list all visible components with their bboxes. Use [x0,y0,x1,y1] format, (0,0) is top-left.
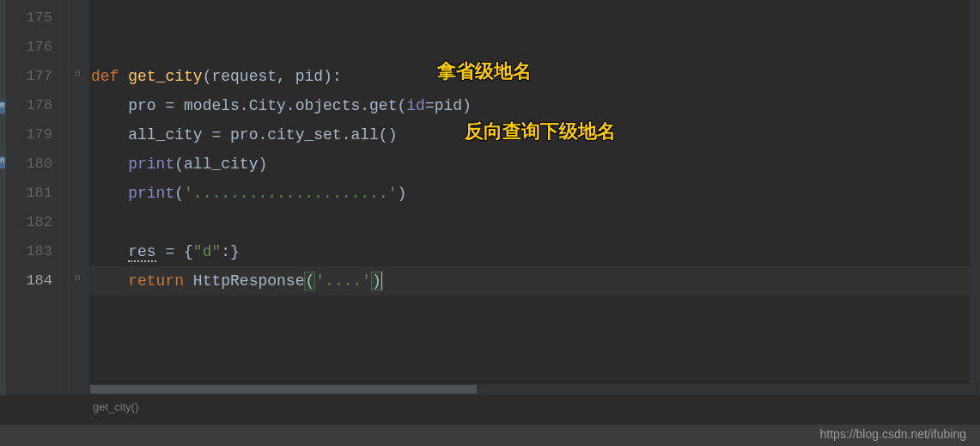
line-number: 180 [7,150,68,179]
code-line[interactable]: res = {"d":} [89,237,970,266]
horizontal-scrollbar[interactable] [89,383,977,395]
fold-open-icon[interactable]: ⊟ [72,69,82,79]
code-line[interactable]: print(all_city) [89,150,970,179]
fold-area: ⊟ ⊟ [69,0,89,395]
code-line[interactable] [89,3,970,33]
watermark: https://blog.csdn.net/ifubing [820,427,966,441]
annotation-2: 反向查询下级地名 [465,119,616,144]
annotation-1: 拿省级地名 [437,58,532,84]
scrollbar-thumb[interactable] [90,385,477,394]
line-number: 181 [7,179,68,208]
line-number: 177 [7,62,68,91]
right-strip [970,0,980,395]
fold-close-icon[interactable]: ⊟ [72,273,82,284]
line-number: 176 [7,33,68,62]
gutter: 175 176 177 178 179 180 181 182 183 184 [7,0,69,395]
line-number: 179 [7,120,68,150]
code-line[interactable] [89,33,970,62]
line-number: 182 [7,208,68,237]
breadcrumb[interactable]: get_city() [93,400,138,413]
editor-wrapper: m n 175 176 177 178 179 180 181 182 183 … [0,0,980,395]
line-number: 178 [7,91,68,120]
line-number: 184 [7,266,68,296]
code-line[interactable]: pro = models.City.objects.get(id=pid) [89,91,970,120]
caret [381,272,382,290]
code-area[interactable]: def get_city(request, pid): pro = models… [89,0,970,395]
marker-1: m [0,101,5,113]
line-number: 183 [7,237,68,266]
code-line-current[interactable]: return HttpResponse('....') [89,266,970,296]
left-strip: m n [0,0,7,395]
line-number: 175 [7,3,68,33]
code-line[interactable] [89,208,970,237]
code-line[interactable]: print('.....................') [89,179,970,208]
marker-2: n [0,156,5,168]
